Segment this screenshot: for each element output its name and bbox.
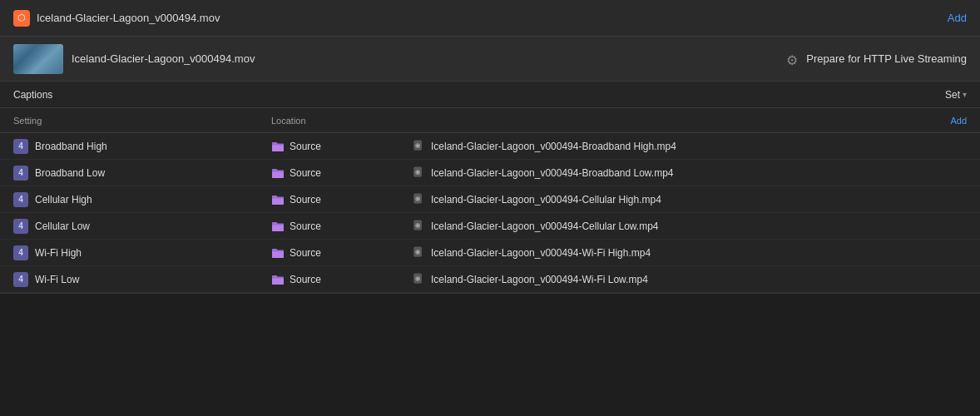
svg-point-14: [417, 250, 418, 252]
cell-filename: Iceland-Glacier-Lagoon_v000494-Cellular …: [413, 193, 967, 206]
table-row[interactable]: 4 Wi-Fi Low Source Iceland-Glacier-Lagoo…: [0, 266, 980, 293]
file-header-right[interactable]: ⚙ Prepare for HTTP Live Streaming: [786, 52, 967, 66]
app-icon: ⬡: [13, 10, 30, 27]
bottom-area: [0, 294, 980, 416]
filename-text: Iceland-Glacier-Lagoon_v000494-Wi-Fi Hig…: [431, 247, 651, 259]
col-header-setting: Setting: [13, 116, 271, 126]
cell-filename: Iceland-Glacier-Lagoon_v000494-Broadband…: [413, 166, 967, 180]
prepare-http-button[interactable]: Prepare for HTTP Live Streaming: [806, 52, 967, 65]
location-name: Source: [290, 141, 321, 152]
file-icon: [413, 273, 426, 286]
file-icon: [413, 220, 426, 233]
filename-text: Iceland-Glacier-Lagoon_v000494-Cellular …: [431, 220, 659, 232]
svg-point-2: [417, 144, 418, 146]
svg-point-17: [417, 277, 418, 279]
folder-icon: [271, 167, 285, 179]
setting-name: Cellular High: [35, 194, 92, 206]
filename-text: Iceland-Glacier-Lagoon_v000494-Broadband…: [431, 141, 676, 152]
set-button[interactable]: Set ▾: [945, 89, 967, 101]
cell-location: Source: [271, 167, 413, 179]
filename-text: Iceland-Glacier-Lagoon_v000494-Broadband…: [431, 167, 674, 179]
file-icon: [413, 193, 426, 206]
location-name: Source: [290, 167, 321, 179]
table-row[interactable]: 4 Cellular Low Source Iceland-Glacier-La…: [0, 213, 980, 240]
file-icon: [413, 140, 426, 153]
table-body: 4 Broadband High Source Iceland-Glacier-…: [0, 133, 980, 293]
location-name: Source: [290, 274, 321, 285]
captions-header: Captions Set ▾: [0, 82, 980, 108]
folder-icon: [271, 141, 285, 152]
title-bar-left: ⬡ Iceland-Glacier-Lagoon_v000494.mov: [13, 10, 220, 27]
cell-filename: Iceland-Glacier-Lagoon_v000494-Wi-Fi Hig…: [413, 246, 967, 260]
folder-icon: [271, 274, 285, 285]
cell-filename: Iceland-Glacier-Lagoon_v000494-Cellular …: [413, 220, 967, 233]
file-name-label: Iceland-Glacier-Lagoon_v000494.mov: [72, 52, 255, 65]
file-header: Iceland-Glacier-Lagoon_v000494.mov ⚙ Pre…: [0, 37, 980, 82]
cell-location: Source: [271, 194, 413, 206]
setting-badge: 4: [13, 219, 28, 234]
setting-name: Wi-Fi High: [35, 247, 82, 259]
table-header: Setting Location Add: [0, 108, 980, 133]
location-name: Source: [290, 220, 321, 232]
setting-name: Broadband Low: [35, 167, 105, 179]
svg-point-8: [417, 197, 418, 199]
svg-point-5: [417, 171, 418, 172]
folder-icon: [271, 247, 285, 259]
setting-badge: 4: [13, 166, 28, 181]
cell-setting: 4 Cellular High: [13, 192, 271, 207]
file-header-left: Iceland-Glacier-Lagoon_v000494.mov: [13, 44, 255, 74]
setting-name: Wi-Fi Low: [35, 274, 79, 285]
cell-location: Source: [271, 274, 413, 285]
cell-location: Source: [271, 247, 413, 259]
table-row[interactable]: 4 Wi-Fi High Source Iceland-Glacier-Lago…: [0, 240, 980, 266]
cell-location: Source: [271, 141, 413, 152]
table-row[interactable]: 4 Broadband Low Source Iceland-Glacier-L…: [0, 160, 980, 186]
location-name: Source: [290, 194, 321, 206]
file-icon: [413, 166, 426, 180]
col-header-add[interactable]: Add: [413, 116, 967, 126]
setting-badge: 4: [13, 192, 28, 207]
captions-label: Captions: [13, 89, 52, 101]
gear-icon[interactable]: ⚙: [786, 52, 799, 66]
setting-badge: 4: [13, 245, 28, 260]
chevron-down-icon: ▾: [963, 90, 967, 99]
col-header-location: Location: [271, 116, 413, 126]
setting-badge: 4: [13, 272, 28, 287]
cell-setting: 4 Wi-Fi High: [13, 245, 271, 260]
cell-setting: 4 Broadband High: [13, 139, 271, 154]
cell-setting: 4 Wi-Fi Low: [13, 272, 271, 287]
set-label: Set: [945, 89, 960, 101]
cell-setting: 4 Broadband Low: [13, 166, 271, 181]
folder-icon: [271, 220, 285, 232]
setting-name: Cellular Low: [35, 220, 90, 232]
table-row[interactable]: 4 Broadband High Source Iceland-Glacier-…: [0, 133, 980, 160]
file-thumbnail: [13, 44, 63, 74]
title-add-button[interactable]: Add: [948, 12, 967, 24]
svg-point-11: [417, 224, 418, 225]
cell-setting: 4 Cellular Low: [13, 219, 271, 234]
cell-filename: Iceland-Glacier-Lagoon_v000494-Wi-Fi Low…: [413, 273, 967, 286]
setting-badge: 4: [13, 139, 28, 154]
captions-section: Captions Set ▾ Setting Location Add 4 Br…: [0, 82, 980, 294]
setting-name: Broadband High: [35, 141, 107, 152]
filename-text: Iceland-Glacier-Lagoon_v000494-Wi-Fi Low…: [431, 274, 648, 285]
title-bar: ⬡ Iceland-Glacier-Lagoon_v000494.mov Add: [0, 0, 980, 37]
cell-filename: Iceland-Glacier-Lagoon_v000494-Broadband…: [413, 140, 967, 153]
file-icon: [413, 246, 426, 260]
filename-text: Iceland-Glacier-Lagoon_v000494-Cellular …: [431, 194, 661, 206]
location-name: Source: [290, 247, 321, 259]
title-bar-title: Iceland-Glacier-Lagoon_v000494.mov: [37, 12, 220, 24]
table-row[interactable]: 4 Cellular High Source Iceland-Glacier-L…: [0, 186, 980, 213]
folder-icon: [271, 194, 285, 206]
cell-location: Source: [271, 220, 413, 232]
